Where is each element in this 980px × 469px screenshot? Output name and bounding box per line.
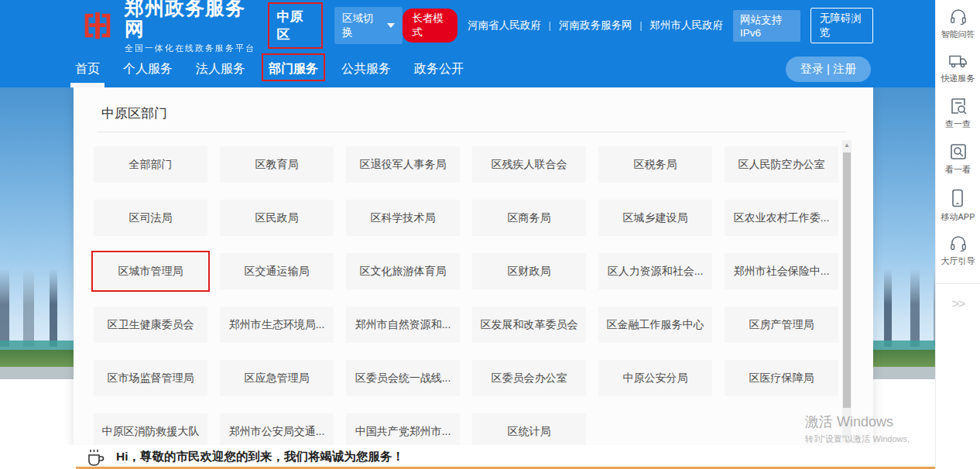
- mobile-icon: [951, 189, 965, 207]
- department-button[interactable]: 区委员会办公室: [472, 360, 586, 396]
- department-button[interactable]: 区民政局: [220, 200, 334, 236]
- sidebar-item-label: 移动APP: [941, 211, 975, 223]
- nav-item-department-services[interactable]: 部门服务: [269, 51, 318, 87]
- scrollbar-thumb[interactable]: [843, 152, 851, 408]
- department-button[interactable]: 区商务局: [472, 200, 586, 236]
- department-button[interactable]: 区人民防空办公室: [725, 146, 838, 183]
- sidebar-item-hall-guide[interactable]: 大厅引导: [941, 236, 975, 267]
- accessibility-button[interactable]: 无障碍浏览: [810, 8, 873, 43]
- right-toolbar: 智能问答 快递服务 查一查: [935, 0, 980, 469]
- panel-scrollbar[interactable]: ▲: [842, 140, 852, 442]
- nav-item-home[interactable]: 首页: [75, 51, 100, 87]
- sidebar-collapse-button[interactable]: >>: [936, 283, 980, 312]
- logo-text: 郑州政务服务网 全国一体化在线政务服务平台: [125, 0, 256, 54]
- truck-icon: [949, 53, 968, 69]
- sidebar-item-browse[interactable]: 看一看: [945, 143, 971, 176]
- greeting-inner: Hi，尊敬的市民欢迎您的到来，我们将竭诚为您服务！: [0, 445, 935, 469]
- region-switch-button[interactable]: 区域切换: [334, 7, 403, 44]
- greeting-bar: Hi，尊敬的市民欢迎您的到来，我们将竭诚为您服务！: [0, 445, 935, 469]
- department-button[interactable]: 区金融工作服务中心: [598, 306, 712, 343]
- sidebar-item-label: 看一看: [945, 164, 971, 176]
- doc-search-icon: [950, 98, 967, 115]
- sidebar-item-label: 快递服务: [941, 73, 975, 84]
- nav-item-legal-services[interactable]: 法人服务: [196, 51, 245, 87]
- department-button[interactable]: 区文化旅游体育局: [346, 253, 460, 289]
- sidebar-item-label: 查一查: [945, 118, 971, 130]
- login-register-button[interactable]: 登录 | 注册: [786, 56, 871, 82]
- panel-title: 中原区部门: [74, 87, 873, 132]
- greeting-text: Hi，尊敬的市民欢迎您的到来，我们将竭诚为您服务！: [116, 449, 404, 465]
- coffee-cup-icon: [85, 448, 105, 467]
- department-button[interactable]: 郑州市公安局交通...: [220, 413, 334, 450]
- department-button[interactable]: 中原公安分局: [598, 360, 712, 396]
- chevron-down-icon: [387, 23, 395, 28]
- link-henan-gov[interactable]: 河南省人民政府: [468, 19, 541, 33]
- department-button[interactable]: 郑州市社会保险中...: [725, 253, 838, 289]
- department-button[interactable]: 郑州市自然资源和...: [346, 306, 460, 343]
- department-button[interactable]: 区卫生健康委员会: [94, 306, 207, 343]
- department-button[interactable]: 区财政局: [472, 253, 586, 289]
- sidebar-item-smart-qa[interactable]: 智能问答: [941, 9, 975, 40]
- site-logo[interactable]: 郑州政务服务网 全国一体化在线政务服务平台: [80, 0, 256, 54]
- department-button[interactable]: 区委员会统一战线...: [346, 360, 460, 396]
- scroll-up-arrow-icon[interactable]: ▲: [842, 142, 852, 149]
- department-button[interactable]: 郑州市生态环境局...: [220, 306, 334, 343]
- department-button[interactable]: 全部部门: [94, 146, 207, 183]
- site-header: 郑州政务服务网 全国一体化在线政务服务平台 中原区 区域切换 长者模式 河南省人…: [0, 0, 935, 87]
- department-dropdown-panel: 中原区部门 全部部门区教育局区退役军人事务局区残疾人联合会区税务局区人民防空办公…: [74, 87, 873, 445]
- sidebar-item-express-service[interactable]: 快递服务: [941, 53, 975, 84]
- department-button[interactable]: 中国共产党郑州市...: [346, 413, 460, 450]
- department-grid: 全部部门区教育局区退役军人事务局区残疾人联合会区税务局区人民防空办公室区司法局区…: [74, 132, 873, 450]
- department-button[interactable]: 区交通运输局: [220, 253, 334, 289]
- current-region[interactable]: 中原区: [276, 8, 314, 43]
- sidebar-item-label: 智能问答: [941, 29, 975, 40]
- header-utility-links: 长者模式 河南省人民政府 | 河南政务服务网 | 郑州市人民政府 网站支持IPv…: [403, 8, 873, 43]
- logo-emblem-icon: [80, 8, 115, 43]
- link-zhengzhou-gov[interactable]: 郑州市人民政府: [650, 19, 724, 33]
- department-button[interactable]: 区发展和改革委员会: [472, 306, 586, 343]
- department-button[interactable]: 区人力资源和社会...: [598, 253, 712, 289]
- gov-links: 河南省人民政府 | 河南政务服务网 | 郑州市人民政府: [468, 19, 723, 33]
- nav-item-personal-services[interactable]: 个人服务: [123, 51, 173, 87]
- department-button[interactable]: 区司法局: [94, 200, 207, 236]
- nav-item-public-services[interactable]: 公共服务: [341, 51, 391, 87]
- department-button[interactable]: 区城乡建设局: [598, 200, 712, 236]
- site-title: 郑州政务服务网: [125, 0, 256, 40]
- department-button[interactable]: 区科学技术局: [346, 200, 460, 236]
- department-button[interactable]: 区市场监督管理局: [94, 360, 207, 396]
- page: 郑州政务服务网 全国一体化在线政务服务平台 中原区 区域切换 长者模式 河南省人…: [0, 0, 980, 469]
- department-button[interactable]: 区农业农村工作委...: [725, 200, 838, 236]
- department-button[interactable]: 区房产管理局: [725, 306, 838, 343]
- headset-icon: [950, 236, 967, 252]
- department-button[interactable]: 区统计局: [472, 413, 586, 450]
- department-button[interactable]: 区应急管理局: [220, 360, 334, 396]
- link-separator: |: [639, 20, 642, 31]
- sidebar-item-lookup[interactable]: 查一查: [945, 98, 971, 130]
- search-icon: [950, 143, 967, 160]
- header-top-row: 郑州政务服务网 全国一体化在线政务服务平台 中原区 区域切换 长者模式 河南省人…: [0, 0, 935, 51]
- region-switch-label: 区域切换: [342, 12, 382, 39]
- department-button[interactable]: 区教育局: [220, 146, 334, 183]
- link-henan-service[interactable]: 河南政务服务网: [559, 19, 632, 33]
- sidebar-item-mobile-app[interactable]: 移动APP: [941, 189, 975, 223]
- main-nav: 首页 个人服务 法人服务 部门服务 公共服务 政务公开 登录 | 注册: [0, 51, 935, 87]
- link-separator: |: [549, 20, 551, 31]
- headset-icon: [950, 9, 967, 25]
- department-button[interactable]: 区税务局: [598, 146, 712, 183]
- elder-mode-button[interactable]: 长者模式: [403, 9, 458, 43]
- department-button[interactable]: 区残疾人联合会: [472, 146, 586, 183]
- department-button[interactable]: 区退役军人事务局: [346, 146, 460, 183]
- department-button[interactable]: 中原区消防救援大队: [94, 413, 207, 450]
- nav-item-gov-disclosure[interactable]: 政务公开: [414, 51, 464, 87]
- sidebar-item-label: 大厅引导: [941, 255, 975, 267]
- ipv6-badge: 网站支持IPv6: [733, 10, 800, 42]
- department-button[interactable]: 区城市管理局: [94, 253, 207, 289]
- department-button[interactable]: 区医疗保障局: [725, 360, 838, 396]
